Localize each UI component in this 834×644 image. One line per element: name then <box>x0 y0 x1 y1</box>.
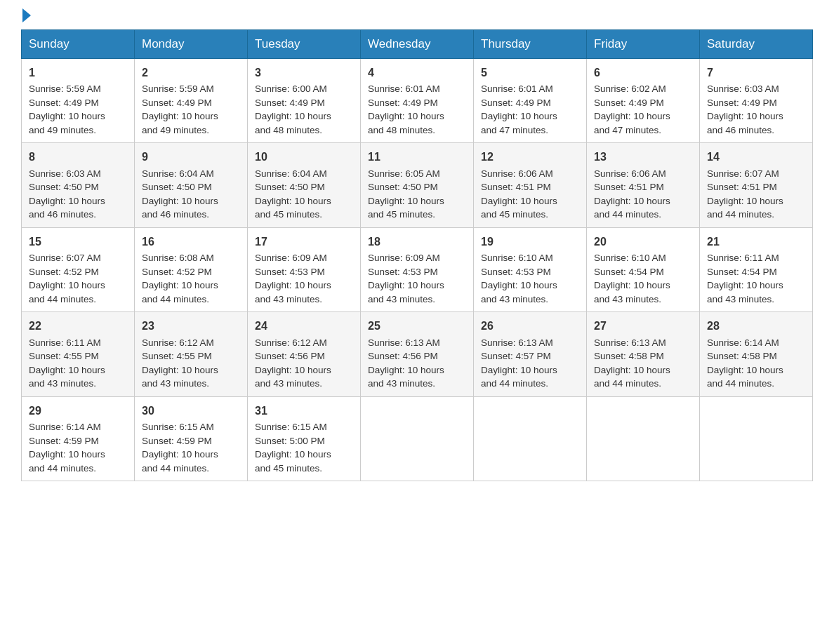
day-number: 28 <box>707 318 805 334</box>
calendar-cell: 6Sunrise: 6:02 AMSunset: 4:49 PMDaylight… <box>587 59 700 143</box>
calendar-cell: 10Sunrise: 6:04 AMSunset: 4:50 PMDayligh… <box>248 143 361 227</box>
header-monday: Monday <box>135 30 248 59</box>
day-number: 17 <box>255 234 353 250</box>
calendar-cell: 7Sunrise: 6:03 AMSunset: 4:49 PMDaylight… <box>700 59 813 143</box>
calendar-cell: 18Sunrise: 6:09 AMSunset: 4:53 PMDayligh… <box>361 227 474 311</box>
calendar-cell: 8Sunrise: 6:03 AMSunset: 4:50 PMDaylight… <box>22 143 135 227</box>
header-saturday: Saturday <box>700 30 813 59</box>
calendar-cell <box>474 396 587 481</box>
day-number: 5 <box>481 65 579 81</box>
day-number: 25 <box>368 318 466 334</box>
calendar-cell: 19Sunrise: 6:10 AMSunset: 4:53 PMDayligh… <box>474 227 587 311</box>
day-number: 31 <box>255 403 353 419</box>
day-number: 14 <box>707 149 805 165</box>
calendar-cell: 2Sunrise: 5:59 AMSunset: 4:49 PMDaylight… <box>135 59 248 143</box>
calendar-cell: 15Sunrise: 6:07 AMSunset: 4:52 PMDayligh… <box>22 227 135 311</box>
day-number: 12 <box>481 149 579 165</box>
calendar-cell: 31Sunrise: 6:15 AMSunset: 5:00 PMDayligh… <box>248 396 361 481</box>
day-number: 29 <box>29 403 127 419</box>
calendar-cell: 27Sunrise: 6:13 AMSunset: 4:58 PMDayligh… <box>587 312 700 396</box>
day-number: 26 <box>481 318 579 334</box>
calendar-cell: 16Sunrise: 6:08 AMSunset: 4:52 PMDayligh… <box>135 227 248 311</box>
header-tuesday: Tuesday <box>248 30 361 59</box>
logo-triangle-icon <box>22 8 31 22</box>
day-number: 1 <box>29 65 127 81</box>
header-thursday: Thursday <box>474 30 587 59</box>
calendar-cell: 24Sunrise: 6:12 AMSunset: 4:56 PMDayligh… <box>248 312 361 396</box>
day-number: 30 <box>142 403 240 419</box>
calendar-cell: 9Sunrise: 6:04 AMSunset: 4:50 PMDaylight… <box>135 143 248 227</box>
calendar-cell: 29Sunrise: 6:14 AMSunset: 4:59 PMDayligh… <box>22 396 135 481</box>
week-row-5: 29Sunrise: 6:14 AMSunset: 4:59 PMDayligh… <box>22 396 813 481</box>
day-number: 23 <box>142 318 240 334</box>
day-number: 22 <box>29 318 127 334</box>
day-number: 24 <box>255 318 353 334</box>
calendar-cell: 13Sunrise: 6:06 AMSunset: 4:51 PMDayligh… <box>587 143 700 227</box>
day-number: 19 <box>481 234 579 250</box>
day-number: 2 <box>142 65 240 81</box>
calendar-cell: 1Sunrise: 5:59 AMSunset: 4:49 PMDaylight… <box>22 59 135 143</box>
calendar-cell <box>361 396 474 481</box>
day-number: 4 <box>368 65 466 81</box>
calendar-cell: 30Sunrise: 6:15 AMSunset: 4:59 PMDayligh… <box>135 396 248 481</box>
calendar-cell: 5Sunrise: 6:01 AMSunset: 4:49 PMDaylight… <box>474 59 587 143</box>
calendar-table: SundayMondayTuesdayWednesdayThursdayFrid… <box>21 29 813 481</box>
calendar-cell: 17Sunrise: 6:09 AMSunset: 4:53 PMDayligh… <box>248 227 361 311</box>
calendar-cell: 21Sunrise: 6:11 AMSunset: 4:54 PMDayligh… <box>700 227 813 311</box>
header <box>21 14 813 22</box>
calendar-cell: 22Sunrise: 6:11 AMSunset: 4:55 PMDayligh… <box>22 312 135 396</box>
header-friday: Friday <box>587 30 700 59</box>
day-number: 10 <box>255 149 353 165</box>
week-row-1: 1Sunrise: 5:59 AMSunset: 4:49 PMDaylight… <box>22 59 813 143</box>
day-number: 21 <box>707 234 805 250</box>
day-number: 7 <box>707 65 805 81</box>
calendar-header-row: SundayMondayTuesdayWednesdayThursdayFrid… <box>22 30 813 59</box>
week-row-2: 8Sunrise: 6:03 AMSunset: 4:50 PMDaylight… <box>22 143 813 227</box>
calendar-cell: 25Sunrise: 6:13 AMSunset: 4:56 PMDayligh… <box>361 312 474 396</box>
calendar-cell: 4Sunrise: 6:01 AMSunset: 4:49 PMDaylight… <box>361 59 474 143</box>
calendar-cell: 11Sunrise: 6:05 AMSunset: 4:50 PMDayligh… <box>361 143 474 227</box>
calendar-cell: 20Sunrise: 6:10 AMSunset: 4:54 PMDayligh… <box>587 227 700 311</box>
day-number: 20 <box>594 234 692 250</box>
calendar-cell: 12Sunrise: 6:06 AMSunset: 4:51 PMDayligh… <box>474 143 587 227</box>
day-number: 13 <box>594 149 692 165</box>
calendar-cell: 28Sunrise: 6:14 AMSunset: 4:58 PMDayligh… <box>700 312 813 396</box>
day-number: 15 <box>29 234 127 250</box>
day-number: 18 <box>368 234 466 250</box>
calendar-cell: 26Sunrise: 6:13 AMSunset: 4:57 PMDayligh… <box>474 312 587 396</box>
calendar-cell: 14Sunrise: 6:07 AMSunset: 4:51 PMDayligh… <box>700 143 813 227</box>
day-number: 9 <box>142 149 240 165</box>
calendar-cell <box>700 396 813 481</box>
header-sunday: Sunday <box>22 30 135 59</box>
week-row-3: 15Sunrise: 6:07 AMSunset: 4:52 PMDayligh… <box>22 227 813 311</box>
calendar-cell: 23Sunrise: 6:12 AMSunset: 4:55 PMDayligh… <box>135 312 248 396</box>
day-number: 8 <box>29 149 127 165</box>
day-number: 6 <box>594 65 692 81</box>
day-number: 3 <box>255 65 353 81</box>
day-number: 11 <box>368 149 466 165</box>
day-number: 27 <box>594 318 692 334</box>
logo <box>21 14 31 22</box>
header-wednesday: Wednesday <box>361 30 474 59</box>
week-row-4: 22Sunrise: 6:11 AMSunset: 4:55 PMDayligh… <box>22 312 813 396</box>
calendar-cell: 3Sunrise: 6:00 AMSunset: 4:49 PMDaylight… <box>248 59 361 143</box>
calendar-cell <box>587 396 700 481</box>
day-number: 16 <box>142 234 240 250</box>
